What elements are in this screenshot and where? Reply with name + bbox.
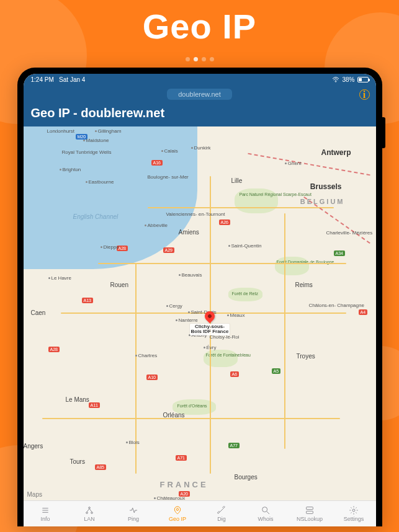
gear-icon: [348, 505, 359, 515]
battery-icon: [357, 77, 369, 82]
city-label: Valenciennes- en-Tournont: [166, 212, 225, 217]
road-badge: A10: [146, 375, 158, 380]
city-label: Brussels: [310, 182, 342, 191]
city-label: Rouen: [110, 282, 128, 288]
tab-whois[interactable]: Whois: [244, 501, 288, 526]
road: [42, 418, 340, 419]
road-badge: A26: [219, 219, 230, 225]
city-label: Londonhurst: [47, 128, 74, 134]
tab-label: Ping: [128, 516, 139, 522]
tab-label: Whois: [258, 516, 273, 522]
svg-point-5: [86, 512, 88, 514]
city-label: Royal Tunbridge Wells: [62, 150, 112, 155]
city-label: Gillingham: [95, 128, 122, 134]
status-bar: 1:24 PM Sat Jan 4 38%: [24, 74, 376, 85]
marketing-title: Geo IP: [0, 6, 399, 47]
city-label: Brighton: [60, 167, 81, 172]
shovel-icon: [216, 505, 227, 515]
url-field[interactable]: doublerew.net: [167, 89, 232, 100]
park-label: Forêt de Retz: [232, 291, 258, 296]
svg-point-4: [89, 507, 91, 509]
info-icon[interactable]: i: [359, 89, 370, 100]
tab-ping[interactable]: Ping: [112, 501, 156, 526]
wifi-icon: [332, 77, 339, 82]
tab-label: Dig: [217, 516, 226, 522]
country-label: FRANCE: [160, 480, 208, 489]
city-label: Dunkirk: [191, 145, 211, 151]
device-side-button: [382, 117, 385, 148]
status-left: 1:24 PM Sat Jan 4: [31, 76, 86, 83]
city-label: Le Mans: [66, 396, 89, 403]
url-bar: doublerew.net i: [24, 85, 376, 104]
status-time: 1:24 PM: [31, 76, 54, 83]
page-title: Geo IP - doublerew.net: [24, 104, 376, 126]
svg-rect-14: [307, 511, 313, 513]
city-label: Orléans: [163, 412, 185, 419]
city-label: Beauvais: [179, 272, 202, 278]
status-battery-pct: 38%: [342, 76, 354, 83]
list-icon: [40, 505, 51, 515]
tab-bar: Info LAN Ping Geo IP Dig Whois: [24, 500, 376, 526]
city-label: Meaux: [227, 313, 245, 318]
city-label: Maidstone: [83, 138, 109, 143]
city-label: Calais: [161, 148, 178, 154]
park-label: Forêt de Fontainebleau: [206, 353, 251, 357]
city-label: Tours: [70, 458, 85, 465]
device-frame: 1:24 PM Sat Jan 4 38% doublerew.net i Ge…: [17, 68, 382, 526]
road-badge: A85: [95, 464, 106, 470]
tab-label: LAN: [84, 516, 95, 522]
city-label: Évry: [204, 345, 217, 350]
city-label: Amiens: [179, 229, 199, 236]
park-label: Forêt d'Orléans: [177, 404, 207, 408]
road-badge: A5: [272, 368, 281, 374]
city-label: Châteauroux: [154, 495, 186, 500]
tab-label: Geo IP: [169, 516, 186, 522]
tab-settings[interactable]: Settings: [332, 501, 376, 526]
svg-rect-13: [307, 507, 313, 510]
border: [248, 153, 370, 176]
road: [284, 213, 285, 449]
road-badge: A16: [151, 160, 163, 166]
city-label: Eastbourne: [86, 179, 114, 185]
city-label: Bourges: [235, 474, 258, 481]
status-right: 38%: [332, 76, 368, 83]
status-date: Sat Jan 4: [59, 76, 85, 83]
road-badge: A11: [89, 402, 100, 408]
road-badge: A71: [176, 455, 187, 461]
city-label: Troyes: [297, 353, 315, 360]
svg-line-12: [267, 512, 269, 514]
city-label: Antwerp: [321, 148, 351, 157]
city-label: Le Havre: [48, 275, 71, 281]
city-label: Abbeville: [145, 223, 168, 228]
tab-dig[interactable]: Dig: [200, 501, 244, 526]
svg-point-6: [91, 512, 93, 514]
svg-point-15: [352, 509, 355, 512]
country-label: BELGIUM: [300, 198, 345, 205]
road-badge: A28: [48, 347, 60, 352]
tab-geoip[interactable]: Geo IP: [156, 501, 200, 526]
city-label: Châlons-en- Champagne: [309, 303, 364, 308]
city-label: Caen: [31, 309, 46, 316]
road-badge: A29: [163, 247, 174, 253]
tab-label: NSLookup: [297, 516, 323, 522]
road-badge: A34: [334, 250, 345, 256]
city-label: Blois: [126, 440, 140, 445]
map-pin-label: Clichy-sous- Bois IDF France: [190, 324, 230, 335]
city-label: Angers: [24, 443, 43, 450]
tab-info[interactable]: Info: [24, 501, 68, 526]
network-icon: [84, 505, 95, 515]
server-icon: [304, 505, 315, 515]
app-screen: 1:24 PM Sat Jan 4 38% doublerew.net i Ge…: [24, 74, 376, 526]
city-label: Dieppe: [101, 244, 119, 250]
city-label: Charleville- Mézières: [326, 231, 373, 236]
carousel-dots[interactable]: [0, 53, 399, 64]
city-label: Cergy: [166, 303, 182, 309]
map-view[interactable]: English Channel Parc Naturel Régional Sc…: [24, 126, 376, 500]
tab-nslookup[interactable]: NSLookup: [288, 501, 332, 526]
tab-lan[interactable]: LAN: [68, 501, 112, 526]
pin-icon: [172, 505, 183, 515]
pulse-icon: [128, 505, 139, 515]
map-attribution: Maps: [27, 491, 42, 498]
city-label: Reims: [295, 282, 313, 288]
svg-line-7: [87, 508, 89, 512]
